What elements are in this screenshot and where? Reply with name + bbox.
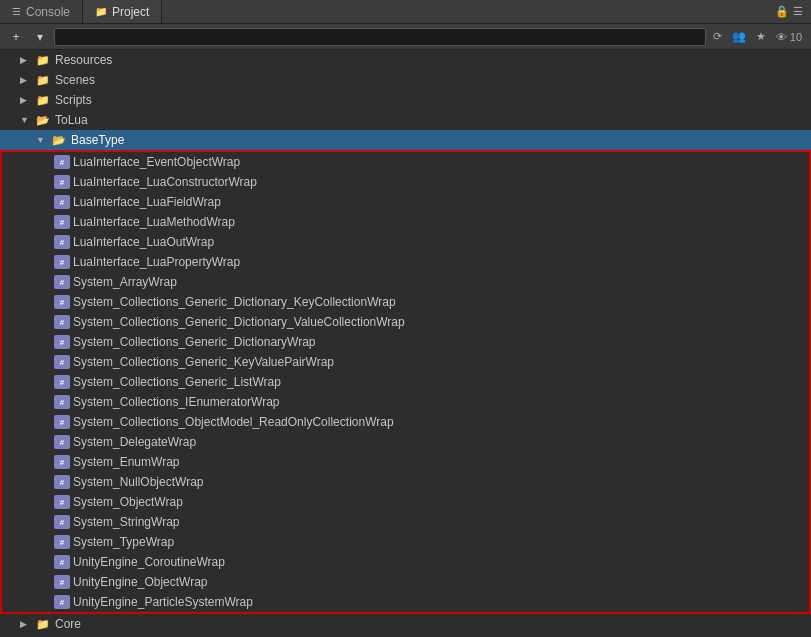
main-content: Resources Scenes Scripts ToLua BaseType (0, 50, 811, 637)
cs-icon-f14: # (54, 415, 70, 429)
tree-item-f23[interactable]: # UnityEngine_ParticleSystemWrap (2, 592, 809, 612)
label-f21: UnityEngine_CoroutineWrap (73, 555, 225, 569)
tab-console[interactable]: ☰ Console (0, 0, 83, 23)
tree-item-f18[interactable]: # System_ObjectWrap (2, 492, 809, 512)
cs-icon-f9: # (54, 315, 70, 329)
arrow-basetype (36, 133, 50, 147)
cs-icon-f7: # (54, 275, 70, 289)
lock-icon[interactable]: 🔒 (775, 5, 789, 18)
arrow-scripts (20, 93, 34, 107)
label-f8: System_Collections_Generic_Dictionary_Ke… (73, 295, 396, 309)
project-tab-icon: 📁 (95, 6, 107, 17)
tree-item-f2[interactable]: # LuaInterface_LuaConstructorWrap (2, 172, 809, 192)
cs-icon-f22: # (54, 575, 70, 589)
toolbar: + ▾ ⟳ 👥 ★ 👁 10 (0, 24, 811, 50)
tab-project-label: Project (112, 5, 149, 19)
search-input[interactable] (54, 28, 706, 46)
tab-project[interactable]: 📁 Project (83, 0, 162, 23)
basetype-contents: # LuaInterface_EventObjectWrap # LuaInte… (0, 150, 811, 614)
label-resources: Resources (55, 53, 112, 67)
tree-item-f7[interactable]: # System_ArrayWrap (2, 272, 809, 292)
favorite-icon[interactable]: ★ (753, 28, 769, 45)
tab-controls: 🔒 ☰ (767, 0, 811, 23)
tree-item-scripts[interactable]: Scripts (0, 90, 811, 110)
add-dropdown-button[interactable]: ▾ (30, 27, 50, 47)
label-f6: LuaInterface_LuaPropertyWrap (73, 255, 240, 269)
cs-icon-f12: # (54, 375, 70, 389)
label-f10: System_Collections_Generic_DictionaryWra… (73, 335, 316, 349)
cs-icon-f18: # (54, 495, 70, 509)
folder-icon-basetype (52, 133, 68, 147)
tree-item-f8[interactable]: # System_Collections_Generic_Dictionary_… (2, 292, 809, 312)
collaborate-icon[interactable]: 👥 (729, 28, 749, 45)
label-f7: System_ArrayWrap (73, 275, 177, 289)
label-tolua: ToLua (55, 113, 88, 127)
tree-item-basetype[interactable]: BaseType (0, 130, 811, 150)
label-f2: LuaInterface_LuaConstructorWrap (73, 175, 257, 189)
label-f1: LuaInterface_EventObjectWrap (73, 155, 240, 169)
tree-item-f12[interactable]: # System_Collections_Generic_ListWrap (2, 372, 809, 392)
label-f9: System_Collections_Generic_Dictionary_Va… (73, 315, 405, 329)
tree-item-tolua[interactable]: ToLua (0, 110, 811, 130)
visibility-count[interactable]: 👁 10 (773, 29, 805, 45)
label-f18: System_ObjectWrap (73, 495, 183, 509)
label-f23: UnityEngine_ParticleSystemWrap (73, 595, 253, 609)
tree-item-f14[interactable]: # System_Collections_ObjectModel_ReadOnl… (2, 412, 809, 432)
cs-icon-f6: # (54, 255, 70, 269)
tab-console-label: Console (26, 5, 70, 19)
tree-item-f13[interactable]: # System_Collections_IEnumeratorWrap (2, 392, 809, 412)
console-tab-icon: ☰ (12, 6, 21, 17)
cs-icon-f20: # (54, 535, 70, 549)
tree-item-f5[interactable]: # LuaInterface_LuaOutWrap (2, 232, 809, 252)
tree-item-f4[interactable]: # LuaInterface_LuaMethodWrap (2, 212, 809, 232)
tree-item-f15[interactable]: # System_DelegateWrap (2, 432, 809, 452)
cs-icon-f13: # (54, 395, 70, 409)
label-f14: System_Collections_ObjectModel_ReadOnlyC… (73, 415, 394, 429)
tree-item-f20[interactable]: # System_TypeWrap (2, 532, 809, 552)
arrow-resources (20, 53, 34, 67)
label-f4: LuaInterface_LuaMethodWrap (73, 215, 235, 229)
tree-item-f21[interactable]: # UnityEngine_CoroutineWrap (2, 552, 809, 572)
folder-icon-scenes (36, 73, 52, 87)
arrow-scenes (20, 73, 34, 87)
tree-panel[interactable]: Resources Scenes Scripts ToLua BaseType (0, 50, 811, 637)
refresh-icon[interactable]: ⟳ (710, 28, 725, 45)
label-f15: System_DelegateWrap (73, 435, 196, 449)
cs-icon-f21: # (54, 555, 70, 569)
tree-item-scenes[interactable]: Scenes (0, 70, 811, 90)
arrow-core (20, 617, 34, 631)
tree-item-f22[interactable]: # UnityEngine_ObjectWrap (2, 572, 809, 592)
label-f12: System_Collections_Generic_ListWrap (73, 375, 281, 389)
folder-icon-tolua (36, 113, 52, 127)
label-scenes: Scenes (55, 73, 95, 87)
cs-icon-f3: # (54, 195, 70, 209)
cs-icon-f15: # (54, 435, 70, 449)
cs-icon-f2: # (54, 175, 70, 189)
add-button[interactable]: + (6, 27, 26, 47)
tree-item-f1[interactable]: # LuaInterface_EventObjectWrap (2, 152, 809, 172)
cs-icon-f11: # (54, 355, 70, 369)
cs-icon-f16: # (54, 455, 70, 469)
cs-icon-f4: # (54, 215, 70, 229)
cs-icon-f5: # (54, 235, 70, 249)
cs-icon-f1: # (54, 155, 70, 169)
tree-item-resources[interactable]: Resources (0, 50, 811, 70)
tree-item-f17[interactable]: # System_NullObjectWrap (2, 472, 809, 492)
label-f13: System_Collections_IEnumeratorWrap (73, 395, 280, 409)
label-f5: LuaInterface_LuaOutWrap (73, 235, 214, 249)
tree-item-core[interactable]: Core (0, 614, 811, 634)
tree-item-f3[interactable]: # LuaInterface_LuaFieldWrap (2, 192, 809, 212)
tree-item-f9[interactable]: # System_Collections_Generic_Dictionary_… (2, 312, 809, 332)
label-core: Core (55, 617, 81, 631)
tree-item-f10[interactable]: # System_Collections_Generic_DictionaryW… (2, 332, 809, 352)
tree-item-f11[interactable]: # System_Collections_Generic_KeyValuePai… (2, 352, 809, 372)
cs-icon-f19: # (54, 515, 70, 529)
cs-icon-f8: # (54, 295, 70, 309)
tree-item-f16[interactable]: # System_EnumWrap (2, 452, 809, 472)
tab-menu-icon[interactable]: ☰ (793, 5, 803, 18)
label-scripts: Scripts (55, 93, 92, 107)
tree-item-f6[interactable]: # LuaInterface_LuaPropertyWrap (2, 252, 809, 272)
tree-item-f19[interactable]: # System_StringWrap (2, 512, 809, 532)
cs-icon-f23: # (54, 595, 70, 609)
label-f19: System_StringWrap (73, 515, 179, 529)
